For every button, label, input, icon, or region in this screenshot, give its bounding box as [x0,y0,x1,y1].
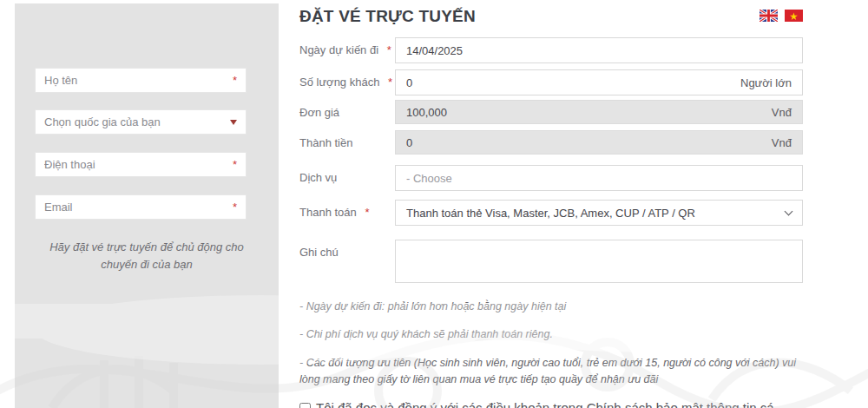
note-row: Ghi chú [299,240,803,283]
quantity-input[interactable] [406,76,733,89]
quantity-label: Số lượng khách * [299,69,395,89]
unit-price-row: Đơn giá Vnđ [299,100,803,124]
total-label: Thành tiền [299,130,395,149]
total-row: Thành tiền Vnđ [299,130,803,155]
quantity-unit-label: Người lớn [740,76,792,89]
full-name-input[interactable] [44,74,227,87]
country-select[interactable] [35,109,247,135]
required-mark: * [388,76,392,89]
unit-price-label-text: Đơn giá [299,106,339,119]
booking-form: ĐẶT VÉ TRỰC TUYẾN Ngày dự kiến đi * [299,7,803,408]
language-switcher [760,7,803,22]
country-select-input[interactable] [44,115,225,128]
form-notes: - Ngày dự kiến đi: phải lớn hơn hoặc bằn… [299,299,803,389]
required-mark: * [233,74,237,87]
uk-flag-icon[interactable] [760,10,778,22]
note-date-rule: - Ngày dự kiến đi: phải lớn hơn hoặc bằn… [299,299,803,315]
payment-selected-option: Thanh toán thẻ Visa, Master, JCB, Amex, … [406,207,695,220]
currency-label: Vnđ [772,106,792,119]
required-mark: * [233,158,237,171]
page-title: ĐẶT VÉ TRỰC TUYẾN [299,7,476,26]
quantity-label-text: Số lượng khách [299,76,379,89]
date-label-text: Ngày dự kiến đi [299,43,378,56]
quantity-row: Số lượng khách * Người lớn [299,69,803,95]
required-mark: * [365,206,369,219]
email-field[interactable]: * [35,194,247,220]
booking-page: * * * Hãy đặt vé trực tuyến để chủ động … [0,0,868,408]
total-value [406,136,765,149]
service-label: Dịch vụ [299,165,395,184]
payment-row: Thanh toán * Thanh toán thẻ Visa, Master… [299,200,803,226]
note-label: Ghi chú [299,240,395,259]
date-row: Ngày dự kiến đi * [299,37,803,63]
chevron-down-icon [230,120,237,125]
required-mark: * [233,201,237,214]
payment-label-text: Thanh toán [299,206,357,219]
currency-label: Vnđ [772,136,792,149]
agreement-label: Tôi đã đọc và đồng ý với các điều khoản … [316,400,803,408]
agreement-label-text: Tôi đã đọc và đồng ý với các điều khoản … [316,400,774,408]
note-textarea[interactable] [406,246,792,277]
service-label-text: Dịch vụ [299,171,337,184]
form-header: ĐẶT VÉ TRỰC TUYẾN [299,7,803,26]
note-service-fee: - Chi phí dịch vụ quý khách sẽ phải than… [299,326,803,343]
payment-select[interactable]: Thanh toán thẻ Visa, Master, JCB, Amex, … [395,200,803,226]
date-label: Ngày dự kiến đi * [299,37,395,56]
date-field[interactable] [395,37,803,63]
contact-sidebar: * * * Hãy đặt vé trực tuyến để chủ động … [15,3,279,408]
sidebar-note: Hãy đặt vé trực tuyến để chủ động cho ch… [46,239,247,273]
required-mark: * [387,43,391,56]
note-priority-discount: - Các đối tượng ưu tiên (Học sinh sinh v… [299,355,803,389]
date-input[interactable] [406,44,792,57]
service-field[interactable] [395,165,803,191]
email-input[interactable] [44,201,227,214]
total-field: Vnđ [395,130,803,155]
chevron-down-icon [785,207,793,215]
service-row: Dịch vụ [299,165,803,191]
quantity-field[interactable]: Người lớn [395,69,803,95]
service-input[interactable] [406,172,792,185]
phone-field[interactable]: * [35,152,247,177]
full-name-field[interactable]: * [35,68,247,93]
phone-input[interactable] [44,158,227,171]
payment-label: Thanh toán * [299,200,395,219]
agreement-row[interactable]: Tôi đã đọc và đồng ý với các điều khoản … [299,400,803,408]
total-label-text: Thành tiền [299,136,352,149]
agreement-checkbox[interactable] [299,403,311,408]
vietnam-flag-icon[interactable] [785,10,803,22]
unit-price-field: Vnđ [395,100,803,124]
note-field[interactable] [395,240,803,283]
unit-price-label: Đơn giá [299,100,395,119]
unit-price-value [406,106,765,119]
note-label-text: Ghi chú [299,246,339,259]
